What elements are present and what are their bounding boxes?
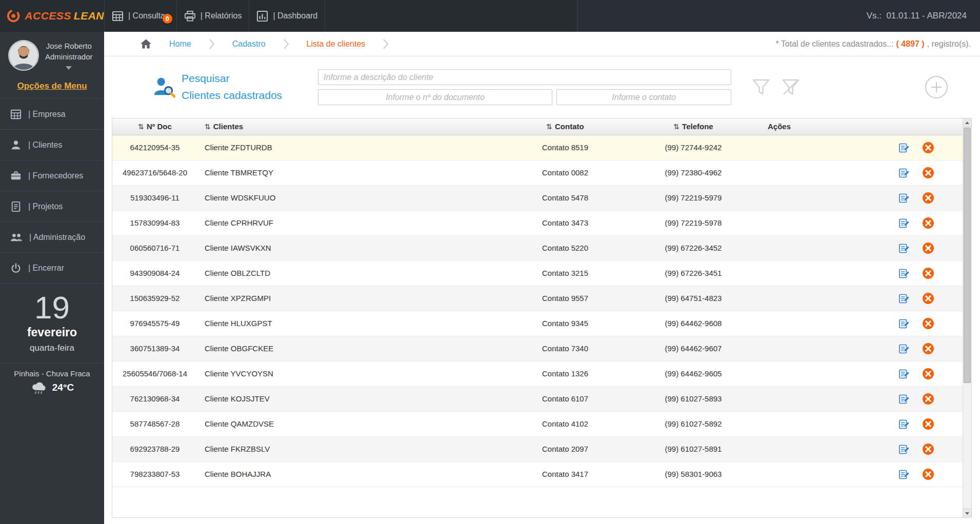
delete-row-button[interactable] xyxy=(922,342,934,355)
cell-client: Cliente ZFDTURDB xyxy=(197,135,501,160)
nav-item-dashboard[interactable]: | Dashboard xyxy=(249,0,325,32)
edit-row-button[interactable] xyxy=(898,393,910,405)
contact-input[interactable] xyxy=(556,89,731,105)
table-scrollbar[interactable] xyxy=(963,118,971,517)
edit-icon xyxy=(898,293,910,304)
table-row[interactable]: 060560716-71 Cliente IAWSVKXN Contato 52… xyxy=(112,235,963,260)
edit-row-button[interactable] xyxy=(898,167,910,178)
cell-doc: 150635929-52 xyxy=(112,286,197,311)
client-description-input[interactable] xyxy=(318,69,731,85)
table-row[interactable]: 692923788-29 Cliente FKRZBSLV Contato 20… xyxy=(112,436,963,461)
add-client-button[interactable] xyxy=(925,75,948,99)
cell-doc: 798233807-53 xyxy=(112,461,197,487)
delete-x-icon xyxy=(922,242,934,254)
table-row[interactable]: 360751389-34 Cliente OBGFCKEE Contato 73… xyxy=(112,336,963,361)
menu-title[interactable]: Opções de Menu xyxy=(0,74,104,98)
scroll-down-button[interactable] xyxy=(963,509,971,517)
edit-row-button[interactable] xyxy=(898,469,910,480)
edit-row-button[interactable] xyxy=(898,243,910,254)
column-header-ndoc[interactable]: ⇅Nº Doc xyxy=(112,118,197,135)
delete-row-button[interactable] xyxy=(922,317,934,330)
topbar: ACCESSLEAN | Consultas 0 xyxy=(0,0,980,32)
scroll-up-button[interactable] xyxy=(963,118,971,127)
table-row[interactable]: 519303496-11 Cliente WDSKFUUO Contato 54… xyxy=(112,185,963,210)
edit-row-button[interactable] xyxy=(898,418,910,430)
sidebar-item-label: | Projetos xyxy=(28,202,63,211)
table-row[interactable]: 157830994-83 Cliente CPRHRVUF Contato 34… xyxy=(112,210,963,235)
delete-row-button[interactable] xyxy=(922,217,934,229)
edit-row-button[interactable] xyxy=(898,192,910,204)
cell-client: Cliente KOJSJTEV xyxy=(197,386,501,411)
scrollbar-thumb[interactable] xyxy=(964,128,971,383)
edit-row-button[interactable] xyxy=(898,444,910,455)
table-row[interactable]: 150635929-52 Cliente XPZRGMPI Contato 95… xyxy=(112,286,963,311)
app-logo: ACCESSLEAN xyxy=(0,0,104,32)
delete-row-button[interactable] xyxy=(922,443,934,455)
table-row[interactable]: 49623716/5648-20 Cliente TBMRETQY Contat… xyxy=(112,160,963,185)
table-row[interactable]: 587748567-28 Cliente QAMZDVSE Contato 41… xyxy=(112,411,963,436)
cell-phone: (99) 72744-9242 xyxy=(629,135,757,160)
edit-row-button[interactable] xyxy=(898,268,910,279)
cell-doc: 519303496-11 xyxy=(112,185,197,210)
breadcrumb-item-lista-de-clientes[interactable]: Lista de clientes xyxy=(307,39,366,49)
delete-row-button[interactable] xyxy=(922,267,934,279)
consultas-grid-icon xyxy=(112,10,124,22)
sidebar-item-empresa[interactable]: | Empresa xyxy=(0,99,104,130)
column-header-contato[interactable]: ⇅Contato xyxy=(501,118,629,135)
breadcrumb-item-home[interactable]: Home xyxy=(169,39,191,49)
delete-x-icon xyxy=(922,443,934,455)
sidebar-item-administracao[interactable]: | Administração xyxy=(0,222,104,253)
edit-row-button[interactable] xyxy=(898,318,910,329)
sidebar-item-encerrar[interactable]: | Encerrar xyxy=(0,253,104,284)
nav-item-label: | Dashboard xyxy=(273,11,317,21)
edit-row-button[interactable] xyxy=(898,217,910,229)
edit-icon xyxy=(898,268,910,279)
table-row[interactable]: 943909084-24 Cliente OBLZCLTD Contato 32… xyxy=(112,260,963,286)
edit-row-button[interactable] xyxy=(898,368,910,379)
sidebar-item-label: | Fornecedores xyxy=(28,171,83,180)
edit-row-button[interactable] xyxy=(898,142,910,153)
logo-text: ACCESSLEAN xyxy=(25,10,104,22)
table-row[interactable]: 642120954-35 Cliente ZFDTURDB Contato 85… xyxy=(112,135,963,160)
table-body: 642120954-35 Cliente ZFDTURDB Contato 85… xyxy=(112,135,963,487)
table-row[interactable]: 798233807-53 Cliente BOHAJJRA Contato 34… xyxy=(112,461,963,487)
sidebar-item-clientes[interactable]: | Clientes xyxy=(0,130,104,160)
cell-client: Cliente TBMRETQY xyxy=(197,160,501,185)
breadcrumb-item-cadastro[interactable]: Cadastro xyxy=(232,39,266,49)
cell-contact: Contato 1326 xyxy=(501,361,629,386)
delete-row-button[interactable] xyxy=(922,368,934,380)
user-avatar[interactable] xyxy=(8,40,39,71)
cell-client: Cliente BOHAJJRA xyxy=(197,461,501,487)
clear-filter-button[interactable] xyxy=(781,77,801,97)
delete-row-button[interactable] xyxy=(922,292,934,305)
edit-row-button[interactable] xyxy=(898,293,910,304)
nav-item-consultas[interactable]: | Consultas 0 xyxy=(104,0,176,32)
filter-button[interactable] xyxy=(751,77,771,97)
sort-icon: ⇅ xyxy=(205,123,211,131)
column-header-clientes[interactable]: ⇅Clientes xyxy=(197,118,501,135)
table-row[interactable]: 762130968-34 Cliente KOJSJTEV Contato 61… xyxy=(112,386,963,411)
app-window: ACCESSLEAN | Consultas 0 xyxy=(0,0,980,524)
delete-row-button[interactable] xyxy=(922,142,934,154)
column-header-telefone[interactable]: ⇅Telefone xyxy=(629,118,757,135)
sidebar-item-fornecedores[interactable]: | Fornecedores xyxy=(0,160,104,191)
delete-row-button[interactable] xyxy=(922,393,934,405)
delete-row-button[interactable] xyxy=(922,167,934,179)
table-row[interactable]: 25605546/7068-14 Cliente YVCYOYSN Contat… xyxy=(112,361,963,386)
delete-row-button[interactable] xyxy=(922,242,934,254)
document-number-input[interactable] xyxy=(318,89,552,105)
nav-item-relatorios[interactable]: | Relatórios xyxy=(176,0,249,32)
table-row[interactable]: 976945575-49 Cliente HLUXGPST Contato 93… xyxy=(112,311,963,336)
edit-row-button[interactable] xyxy=(898,343,910,354)
user-menu-chevron-down-icon[interactable] xyxy=(66,66,72,70)
delete-row-button[interactable] xyxy=(922,418,934,430)
cell-phone: (99) 61027-5893 xyxy=(629,386,757,411)
sidebar-item-projetos[interactable]: | Projetos xyxy=(0,191,104,222)
home-icon[interactable] xyxy=(140,38,152,49)
delete-row-button[interactable] xyxy=(922,468,934,480)
search-title-line2: Clientes cadastrados xyxy=(182,87,282,104)
sidebar-menu: | Empresa | Clientes | Fornecedores xyxy=(0,98,104,284)
delete-x-icon xyxy=(922,393,934,405)
cell-phone: (99) 67226-3451 xyxy=(629,260,757,286)
delete-row-button[interactable] xyxy=(922,192,934,204)
